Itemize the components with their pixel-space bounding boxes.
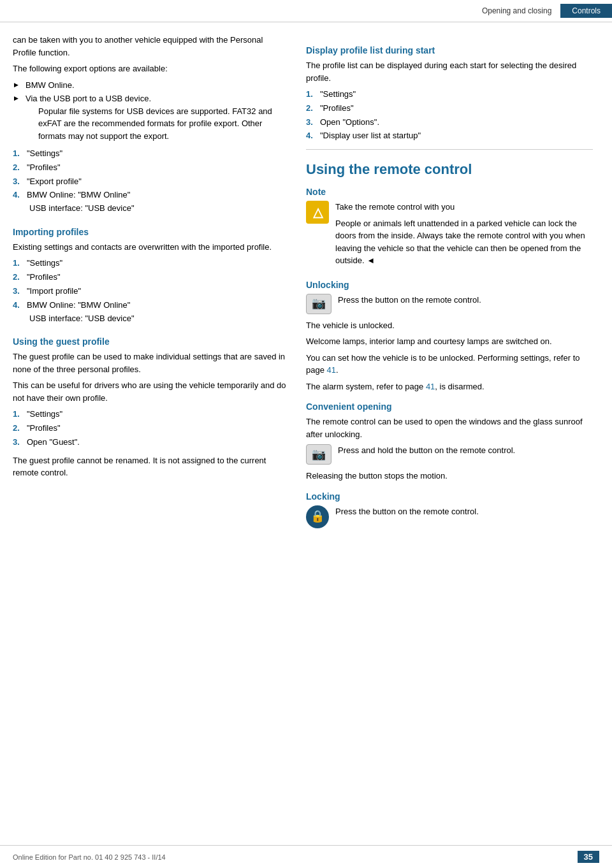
export-steps-list: 1. "Settings" 2. "Profiles" 3. "Export p… [13, 147, 287, 215]
convenient-text-1: The remote control can be used to open t… [306, 416, 593, 440]
unlocking-text-4: The alarm system, refer to page 41, is d… [306, 380, 593, 393]
header-navigation: Opening and closing Controls [473, 4, 612, 18]
guest-text-2: This can be useful for drivers who are u… [13, 379, 287, 404]
display-steps-list: 1. "Settings" 2. "Profiles" 3. Open "Opt… [306, 88, 593, 143]
page-footer: Online Edition for Part no. 01 40 2 925 … [0, 845, 612, 868]
unlocking-icon-text: Press the button on the remote control. [338, 294, 481, 307]
display-step-2: 2. "Profiles" [306, 102, 593, 115]
unlocking-text-2: Welcome lamps, interior lamp and courtes… [306, 335, 593, 348]
guest-text-1: The guest profile can be used to make in… [13, 351, 287, 375]
usb-note: Popular file systems for USB devices are… [38, 105, 287, 143]
display-step-4: 4. "Display user list at startup" [306, 129, 593, 143]
note-heading: Note [306, 187, 593, 197]
display-text: The profile list can be displayed during… [306, 59, 593, 84]
nav-opening-closing: Opening and closing [473, 4, 560, 18]
bullet-item-usb: Via the USB port to a USB device. Popula… [13, 92, 287, 142]
remote-control-icon-2: 📷 [306, 444, 332, 465]
page-number: 35 [578, 851, 599, 863]
convenient-icon-row: 📷 Press and hold the button on the remot… [306, 444, 593, 465]
note-subtext: People or animals left unattended in a p… [335, 217, 593, 267]
locking-icon-row: 🔒 Press the button on the remote control… [306, 505, 593, 528]
note-content: Take the remote control with you People … [335, 201, 593, 271]
guest-step-1: 1. "Settings" [13, 408, 287, 421]
right-column: Display profile list during start The pr… [306, 34, 593, 533]
left-column: can be taken with you to another vehicle… [13, 34, 287, 533]
import-step-2: 2. "Profiles" [13, 271, 287, 284]
guest-heading: Using the guest profile [13, 336, 287, 347]
note-text: Take the remote control with you [335, 201, 593, 213]
nav-controls: Controls [560, 4, 612, 18]
import-step-4: 4. BMW Online: "BMW Online" USB interfac… [13, 299, 287, 326]
locking-heading: Locking [306, 491, 593, 502]
export-step-1: 1. "Settings" [13, 147, 287, 161]
unlocking-icon-row: 📷 Press the button on the remote control… [306, 294, 593, 314]
note-box: △ Take the remote control with you Peopl… [306, 201, 593, 271]
lock-circle-icon: 🔒 [306, 505, 329, 528]
import-steps-list: 1. "Settings" 2. "Profiles" 3. "Import p… [13, 257, 287, 325]
display-step-1: 1. "Settings" [306, 88, 593, 101]
export-step-4: 4. BMW Online: "BMW Online" USB interfac… [13, 189, 287, 215]
end-marker: ◄ [365, 256, 375, 265]
page-ref-41-2[interactable]: 41 [426, 382, 435, 391]
guest-step-3: 3. Open "Guest". [13, 436, 287, 449]
main-content: can be taken with you to another vehicle… [0, 27, 612, 572]
unlocking-heading: Unlocking [306, 280, 593, 290]
page-header: Opening and closing Controls [0, 0, 612, 22]
warning-icon: △ [306, 201, 329, 224]
importing-text: Existing settings and contacts are overw… [13, 241, 287, 254]
intro-text-2: The following export options are availab… [13, 62, 287, 75]
export-bullet-list: BMW Online. Via the USB port to a USB de… [13, 79, 287, 143]
remote-big-heading: Using the remote control [306, 161, 593, 178]
convenient-text-2: Releasing the button stops the motion. [306, 470, 593, 482]
bullet-item-bmw-online: BMW Online. [13, 79, 287, 92]
locking-icon-text: Press the button on the remote control. [335, 505, 479, 518]
import-step-3: 3. "Import profile" [13, 285, 287, 298]
convenient-heading: Convenient opening [306, 401, 593, 412]
unlocking-text-1: The vehicle is unlocked. [306, 319, 593, 332]
footer-text: Online Edition for Part no. 01 40 2 925 … [13, 853, 166, 861]
display-step-3: 3. Open "Options". [306, 116, 593, 129]
guest-steps-list: 1. "Settings" 2. "Profiles" 3. Open "Gue… [13, 408, 287, 449]
import-step-1: 1. "Settings" [13, 257, 287, 270]
guest-footer-text: The guest profile cannot be renamed. It … [13, 454, 287, 479]
guest-step-2: 2. "Profiles" [13, 422, 287, 435]
display-heading: Display profile list during start [306, 45, 593, 55]
export-step-2: 2. "Profiles" [13, 161, 287, 175]
section-divider [306, 149, 593, 150]
importing-heading: Importing profiles [13, 227, 287, 237]
intro-text-1: can be taken with you to another vehicle… [13, 34, 287, 59]
unlocking-text-3: You can set how the vehicle is to be unl… [306, 352, 593, 377]
convenient-icon-text: Press and hold the button on the remote … [338, 444, 515, 457]
page-ref-41-1[interactable]: 41 [327, 365, 336, 375]
export-step-3: 3. "Export profile" [13, 175, 287, 189]
remote-control-icon: 📷 [306, 294, 332, 314]
